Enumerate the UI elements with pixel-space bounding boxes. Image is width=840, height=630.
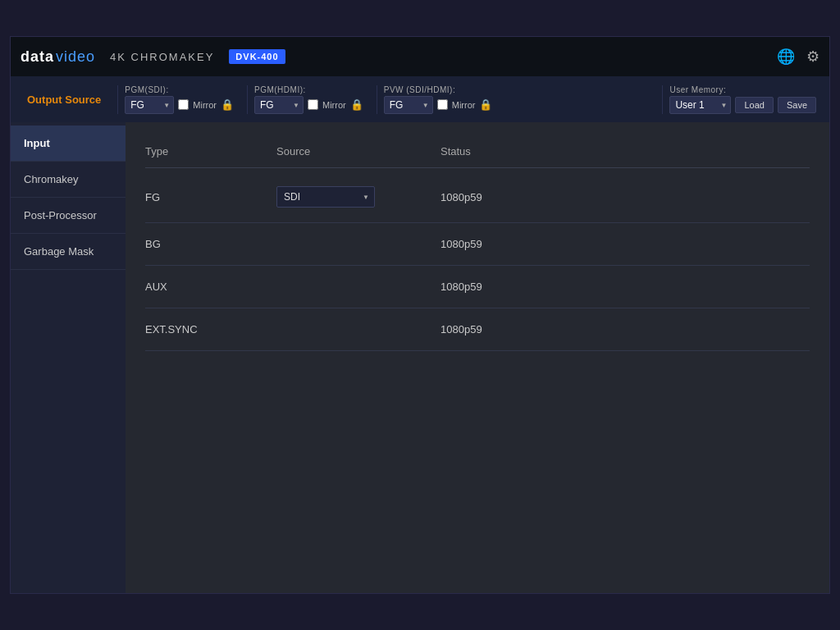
fg-source-select[interactable]: SDI HDMI Auto [276,186,375,208]
pgm-hdmi-select-wrapper: FG BG [254,96,304,114]
row-fg-source: SDI HDMI Auto [276,186,441,208]
pvw-select[interactable]: FG BG [384,96,433,114]
brand-logo: datavideo [21,48,95,66]
pgm-sdi-label: PGM(SDI): [125,85,234,94]
pgm-hdmi-row: FG BG Mirror 🔒 [254,96,363,114]
table-row: EXT.SYNC 1080p59 [145,308,810,351]
pgm-sdi-select[interactable]: FG BG [125,96,174,114]
brand-area: datavideo 4K CHROMAKEY DVK-400 [21,48,285,66]
sidebar-item-chromakey[interactable]: Chromakey [11,162,126,198]
pgm-sdi-row: FG BG Mirror 🔒 [125,96,234,114]
sidebar-item-post-processor[interactable]: Post-Processor [11,198,126,234]
col-header-status: Status [441,145,810,158]
pgm-sdi-group: PGM(SDI): FG BG Mirror 🔒 [117,85,240,114]
brand-data-text: data [21,48,54,66]
content-area: Type Source Status FG SDI HDMI Auto 10 [126,122,829,593]
sidebar-item-garbage-mask[interactable]: Garbage Mask [11,234,126,270]
row-bg-status: 1080p59 [441,238,810,250]
device-badge: DVK-400 [229,49,285,64]
sub-bar: Output Source PGM(SDI): FG BG Mirror 🔒 P… [11,76,829,122]
row-fg-type: FG [145,191,276,203]
pgm-hdmi-lock-icon: 🔒 [350,98,363,111]
save-button[interactable]: Save [778,97,816,113]
globe-button[interactable]: 🌐 [777,48,795,66]
brand-video-text: video [56,48,95,66]
row-aux-type: AUX [145,281,276,293]
pvw-select-wrapper: FG BG [384,96,433,114]
fg-source-select-wrapper: SDI HDMI Auto [276,186,375,208]
sidebar: Input Chromakey Post-Processor Garbage M… [11,122,126,593]
pgm-sdi-select-wrapper: FG BG [125,96,174,114]
sidebar-item-input[interactable]: Input [11,126,126,162]
pvw-group: PVW (SDI/HDMI): FG BG Mirror 🔒 [377,85,500,114]
col-header-source: Source [276,145,441,158]
pgm-hdmi-mirror-checkbox[interactable] [308,99,318,110]
pgm-sdi-mirror-checkbox[interactable] [178,99,189,110]
user-memory-select[interactable]: User 1 User 2 User 3 [669,96,731,114]
row-extsync-type: EXT.SYNC [145,323,276,336]
pgm-hdmi-mirror-label: Mirror [322,100,346,110]
row-extsync-status: 1080p59 [441,323,810,336]
pvw-mirror-label: Mirror [452,100,476,110]
memory-row: User 1 User 2 User 3 Load Save [669,96,816,114]
load-button[interactable]: Load [735,97,773,113]
settings-button[interactable]: ⚙ [806,48,819,66]
table-row: BG 1080p59 [145,223,810,266]
pvw-lock-icon: 🔒 [479,98,492,111]
user-memory-label: User Memory: [669,85,816,94]
output-source-button[interactable]: Output Source [17,89,111,111]
pvw-mirror-checkbox[interactable] [437,99,448,110]
table-row: FG SDI HDMI Auto 1080p59 [145,171,810,223]
col-header-type: Type [145,145,276,158]
app-container: datavideo 4K CHROMAKEY DVK-400 🌐 ⚙ Outpu… [10,36,830,594]
top-bar-icons: 🌐 ⚙ [777,48,819,66]
row-bg-type: BG [145,238,276,250]
table-header: Type Source Status [145,139,810,168]
user-memory-group: User Memory: User 1 User 2 User 3 Load S… [662,85,823,114]
user-memory-select-wrapper: User 1 User 2 User 3 [669,96,731,114]
pgm-hdmi-group: PGM(HDMI): FG BG Mirror 🔒 [247,85,370,114]
top-bar: datavideo 4K CHROMAKEY DVK-400 🌐 ⚙ [11,37,829,76]
chromakey-subtitle: 4K CHROMAKEY [110,51,214,63]
pvw-row: FG BG Mirror 🔒 [384,96,493,114]
pgm-sdi-lock-icon: 🔒 [221,98,234,111]
row-fg-status: 1080p59 [441,191,810,203]
table-row: AUX 1080p59 [145,266,810,308]
pgm-sdi-mirror-label: Mirror [193,100,217,110]
pgm-hdmi-label: PGM(HDMI): [254,85,363,94]
pgm-hdmi-select[interactable]: FG BG [254,96,304,114]
main-content: Input Chromakey Post-Processor Garbage M… [11,122,829,593]
pvw-label: PVW (SDI/HDMI): [384,85,493,94]
row-aux-status: 1080p59 [441,281,810,293]
